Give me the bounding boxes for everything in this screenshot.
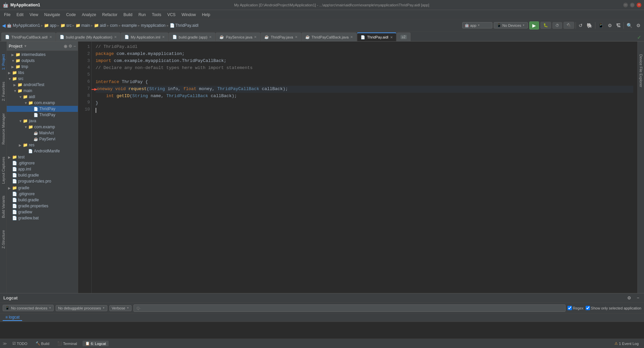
tab-buildgradle-app[interactable]: 📄 build.gradle (My Application) ✕: [56, 32, 120, 41]
regex-checkbox-area[interactable]: Regex: [568, 306, 584, 310]
menu-item-help[interactable]: Help: [199, 11, 213, 18]
logcat-settings-button[interactable]: ⚙: [626, 295, 633, 301]
menu-item-code[interactable]: Code: [63, 11, 78, 18]
tree-item-com-examp[interactable]: ▼ 📁 com.examp: [7, 100, 78, 106]
show-only-selected-checkbox-area[interactable]: Show only selected application: [586, 306, 641, 310]
tab-thridpay-java[interactable]: ☕ ThridPay.java ✕: [261, 32, 301, 41]
breadcrumb-com[interactable]: com: [110, 23, 118, 28]
tree-item-main[interactable]: ▼ 📁 main: [7, 88, 78, 94]
run-button[interactable]: ▶: [529, 21, 539, 29]
close-icon[interactable]: ✕: [162, 35, 165, 39]
sidebar-tab-build[interactable]: Build Variants: [1, 193, 6, 221]
tab-payservice[interactable]: ☕ PayService.java ✕: [216, 32, 260, 41]
no-devices-dropdown[interactable]: 📱No Devices▼: [494, 22, 528, 28]
code-editor[interactable]: 1 2 3 4 5 6 7 8 9 10 // ThridPay.aidl pa…: [78, 42, 637, 293]
sdk-manager-button[interactable]: ⚙: [606, 22, 613, 29]
close-icon[interactable]: ✕: [49, 35, 52, 39]
breadcrumb-src[interactable]: 📁src: [60, 23, 71, 28]
terminal-button[interactable]: ⬛ Terminal: [55, 341, 80, 346]
tab-buildgradle-module[interactable]: 📄 build.gradle (app) ✕: [169, 32, 216, 41]
close-icon[interactable]: ✕: [350, 35, 353, 39]
tree-item-gradleprops[interactable]: 📄 gradle.properties: [7, 203, 78, 209]
sync-button[interactable]: ↺: [577, 22, 584, 29]
tree-item-res[interactable]: ▶ 📁 res: [7, 142, 78, 148]
logcat-close-button[interactable]: −: [635, 295, 641, 301]
build-button[interactable]: 🔨 Build: [33, 341, 52, 346]
close-icon[interactable]: ✕: [209, 35, 212, 39]
avd-manager-button[interactable]: 📱: [597, 22, 605, 29]
event-log-button[interactable]: ⚠ 1 Event Log: [612, 341, 641, 346]
menu-item-refactor[interactable]: Refactor: [100, 11, 120, 18]
tree-item-src[interactable]: ▼ 📁 src: [7, 76, 78, 82]
menu-item-window[interactable]: Window: [179, 11, 199, 18]
tree-item-appiml[interactable]: 📄 app.iml: [7, 166, 78, 172]
menu-item-edit[interactable]: Edit: [14, 11, 26, 18]
app-config-dropdown[interactable]: 🤖app▼: [462, 22, 492, 28]
menu-item-vcs[interactable]: VCS: [165, 11, 178, 18]
breadcrumb-main[interactable]: 📁main: [75, 23, 90, 28]
breadcrumb-project[interactable]: MyApplication1: [13, 23, 40, 28]
project-dropdown[interactable]: ▼: [24, 44, 27, 48]
logcat-search-input[interactable]: [133, 304, 566, 312]
tree-item-gradle[interactable]: ▶ 📁 gradle: [7, 185, 78, 191]
tree-item-gitignore1[interactable]: 📄 .gitignore: [7, 160, 78, 166]
gradle-sync-button[interactable]: 🐘: [585, 22, 594, 29]
tree-item-proguard[interactable]: 📄 proguard-rules.pro: [7, 178, 78, 184]
no-debuggable-processes-dropdown[interactable]: No debuggable processes ▼: [56, 305, 107, 311]
tree-item-libs[interactable]: ▶ 📁 libs: [7, 70, 78, 76]
verbose-dropdown[interactable]: Verbose ▼: [109, 305, 131, 311]
regex-checkbox[interactable]: [568, 306, 572, 310]
code-content[interactable]: // ThridPay.aidl package com.example.mya…: [92, 42, 637, 293]
tree-item-java[interactable]: ▼ 📁 java: [7, 118, 78, 124]
logcat-tab[interactable]: ≡ logcat: [3, 314, 22, 321]
menu-item-analyze[interactable]: Analyze: [79, 11, 99, 18]
close-icon[interactable]: ✕: [390, 36, 393, 39]
sidebar-tab-resource[interactable]: Resource Manager: [1, 111, 6, 147]
breadcrumb-file[interactable]: 📄ThridPay.aidl: [170, 23, 199, 28]
tree-item-outputs[interactable]: ▼ 📁 outputs: [7, 58, 78, 64]
settings-icon[interactable]: ⚙: [68, 44, 72, 49]
breadcrumb-back[interactable]: ◀: [2, 23, 6, 28]
tree-item-androidmanife[interactable]: 📄 AndroidManife: [7, 148, 78, 154]
menu-item-tools[interactable]: Tools: [149, 11, 164, 18]
breadcrumb-example[interactable]: example: [122, 23, 137, 28]
tab-thridpaycb-java[interactable]: ☕ ThridPayCallBack.java ✕: [302, 32, 357, 41]
sidebar-tab-structure[interactable]: Z-Structure: [1, 227, 6, 251]
tree-item-buildgradle2[interactable]: 📄 build.gradle: [7, 197, 78, 203]
tab-overflow[interactable]: ≥2: [397, 32, 411, 41]
sidebar-tab-favorites[interactable]: 2: Favorites: [1, 79, 6, 103]
collapse-icon[interactable]: −: [73, 44, 76, 49]
menu-item-navigate[interactable]: Navigate: [42, 11, 63, 18]
settings-button[interactable]: ⚙: [635, 22, 642, 29]
breadcrumb-myapp[interactable]: myapplication: [141, 23, 165, 28]
minimize-btn[interactable]: ─: [623, 3, 628, 7]
breadcrumb-app[interactable]: 📁app: [44, 23, 56, 28]
sidebar-tab-device-explorer[interactable]: Device File Explorer: [638, 52, 644, 90]
tree-item-thridpay2[interactable]: 📄 ThridPay: [7, 112, 78, 118]
close-icon[interactable]: ✕: [254, 35, 257, 39]
attach-button[interactable]: 🔌: [564, 22, 574, 29]
tree-item-payservi[interactable]: ☕ PayServi: [7, 136, 78, 142]
close-icon[interactable]: ✕: [114, 35, 117, 39]
close-btn[interactable]: ✕: [637, 3, 641, 7]
tab-thridpay-aidl[interactable]: 📄 ThridPay.aidl ✕: [357, 32, 396, 41]
tree-item-gradlewbat[interactable]: 📄 gradlew.bat: [7, 215, 78, 221]
sidebar-tab-layout[interactable]: Layout Captures: [1, 154, 6, 187]
tree-item-mainact[interactable]: ☕ MainAct: [7, 130, 78, 136]
search-everywhere-button[interactable]: 🔍: [625, 22, 634, 29]
tree-item-androidtest[interactable]: ▶ 📁 androidTest: [7, 82, 78, 88]
locate-icon[interactable]: ◉: [64, 44, 67, 49]
show-only-selected-checkbox[interactable]: [586, 306, 590, 310]
tree-item-aidl[interactable]: ▼ 📁 aidl: [7, 94, 78, 100]
tab-thridpaycallback[interactable]: 📄 ThridPayCallBack.aidl ✕: [1, 32, 56, 41]
menu-item-file[interactable]: File: [1, 11, 13, 18]
profile-button[interactable]: ⏱: [552, 22, 562, 29]
logcat-button[interactable]: 📋 6: Logcat: [83, 341, 109, 346]
tree-item-buildgradle[interactable]: 📄 build.gradle: [7, 172, 78, 178]
tree-item-gradlew[interactable]: 📄 gradlew: [7, 209, 78, 215]
menu-item-run[interactable]: Run: [136, 11, 149, 18]
sidebar-tab-project[interactable]: 1: Project: [1, 52, 6, 72]
tree-item[interactable]: ▶ 📁 intermediates: [7, 52, 78, 58]
menu-item-view[interactable]: View: [27, 11, 41, 18]
tab-myapp-iml[interactable]: 📄 My Application.iml ✕: [121, 32, 168, 41]
